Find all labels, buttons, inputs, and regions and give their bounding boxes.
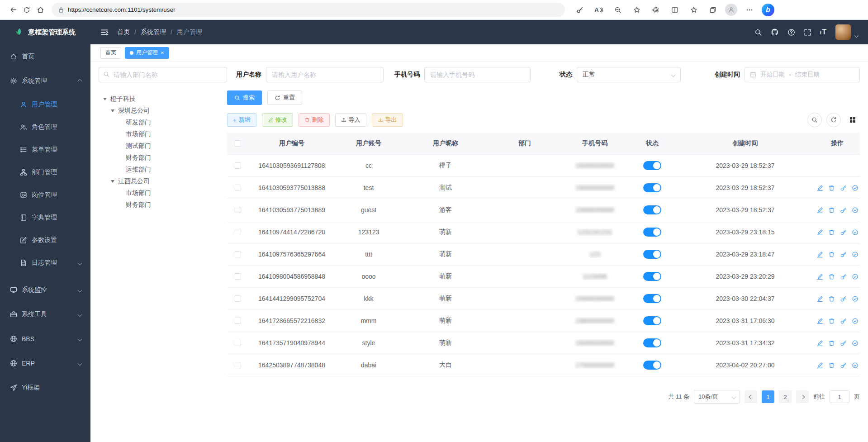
table-row[interactable]: 1641097576365297664 tttt 萌新 123 2023-03-…	[227, 243, 860, 266]
edit-icon[interactable]	[816, 273, 823, 280]
tree-node[interactable]: 江西总公司	[99, 176, 227, 187]
delete-icon[interactable]	[828, 185, 835, 191]
sidebar-item-system-tools[interactable]: 系统工具	[0, 302, 90, 327]
import-button[interactable]: 导入	[335, 113, 366, 127]
tab-user-mgmt[interactable]: 用户管理 ×	[125, 47, 169, 59]
assign-role-icon[interactable]	[852, 318, 859, 324]
home-icon[interactable]	[33, 3, 47, 17]
edit-icon[interactable]	[816, 318, 823, 324]
toggle-search-button[interactable]	[807, 113, 822, 127]
delete-icon[interactable]	[828, 251, 835, 258]
assign-role-icon[interactable]	[852, 295, 859, 302]
table-row[interactable]: 1641441299095752704 kkk 萌新 15000000000 2…	[227, 288, 860, 310]
phone-input[interactable]	[424, 67, 531, 82]
refresh-icon[interactable]	[20, 3, 33, 17]
sidebar-item-role-mgmt[interactable]: 角色管理	[0, 116, 90, 138]
fullscreen-icon[interactable]	[804, 29, 811, 36]
reset-password-icon[interactable]	[840, 295, 847, 302]
sidebar-item-menu-mgmt[interactable]: 菜单管理	[0, 138, 90, 161]
reset-password-icon[interactable]	[840, 185, 847, 191]
next-page-button[interactable]	[796, 390, 809, 403]
bing-chat-icon[interactable]: b	[762, 4, 774, 16]
add-button[interactable]: +新增	[227, 113, 256, 127]
reset-password-icon[interactable]	[840, 340, 847, 347]
dept-name-input[interactable]	[99, 67, 227, 82]
row-checkbox[interactable]	[235, 207, 241, 213]
row-checkbox[interactable]	[235, 340, 241, 346]
sidebar-item-system-mgmt[interactable]: 系统管理	[0, 69, 90, 93]
user-avatar[interactable]	[835, 24, 851, 40]
tree-node[interactable]: 市场部门	[99, 128, 227, 140]
status-toggle-on[interactable]	[643, 294, 661, 303]
password-key-icon[interactable]	[573, 3, 587, 17]
tree-node[interactable]: 橙子科技	[99, 93, 227, 105]
delete-icon[interactable]	[828, 273, 835, 280]
search-button[interactable]: 搜索	[227, 90, 262, 105]
assign-role-icon[interactable]	[852, 229, 859, 236]
tree-caret-icon[interactable]	[111, 109, 118, 112]
font-size-icon[interactable]: tT	[820, 28, 827, 36]
row-checkbox[interactable]	[235, 273, 241, 280]
edit-button[interactable]: 修改	[262, 113, 293, 127]
favorites-add-icon[interactable]	[630, 3, 644, 17]
sidebar-item-yi-framework[interactable]: Yi框架	[0, 375, 90, 400]
status-toggle-on[interactable]	[643, 361, 661, 370]
browser-profile-avatar[interactable]	[725, 4, 737, 16]
sidebar-item-home[interactable]: 首页	[0, 44, 90, 69]
split-screen-icon[interactable]	[668, 3, 682, 17]
edit-icon[interactable]	[816, 185, 823, 191]
table-row[interactable]: 1641735719040978944 style 萌新 15000000000…	[227, 332, 860, 354]
reset-password-icon[interactable]	[840, 318, 847, 324]
edit-icon[interactable]	[816, 207, 823, 214]
sidebar-toggle-icon[interactable]	[100, 28, 109, 37]
date-range-picker[interactable]: 开始日期 - 结束日期	[745, 67, 860, 82]
delete-icon[interactable]	[828, 295, 835, 302]
delete-icon[interactable]	[828, 318, 835, 324]
table-row[interactable]: 1641030593775013888 test 测试 15000000000 …	[227, 177, 860, 199]
read-aloud-icon[interactable]: A	[592, 3, 606, 17]
assign-role-icon[interactable]	[852, 340, 859, 347]
collections-icon[interactable]	[706, 3, 720, 17]
favorites-icon[interactable]	[687, 3, 701, 17]
tree-node[interactable]: 财务部门	[99, 199, 227, 211]
delete-icon[interactable]	[828, 362, 835, 369]
status-toggle-on[interactable]	[643, 250, 661, 259]
username-input[interactable]	[266, 67, 384, 82]
row-checkbox[interactable]	[235, 185, 241, 191]
row-checkbox[interactable]	[235, 362, 241, 368]
reset-password-icon[interactable]	[840, 229, 847, 236]
sidebar-item-post-mgmt[interactable]: 岗位管理	[0, 184, 90, 206]
avatar-caret-icon[interactable]	[854, 33, 859, 38]
status-toggle-on[interactable]	[643, 272, 661, 281]
refresh-table-button[interactable]	[826, 113, 841, 127]
table-row[interactable]: 1641030593691127808 cc 橙子 15000000000 20…	[227, 155, 860, 177]
table-row[interactable]: 1641030593775013889 guest 游客 15000000000…	[227, 199, 860, 221]
tree-node[interactable]: 深圳总公司	[99, 105, 227, 117]
select-all-checkbox[interactable]	[235, 140, 241, 147]
assign-role-icon[interactable]	[852, 273, 859, 280]
breadcrumb-system[interactable]: 系统管理	[141, 28, 166, 36]
tab-home[interactable]: 首页	[100, 47, 121, 59]
status-toggle-on[interactable]	[643, 316, 661, 325]
assign-role-icon[interactable]	[852, 185, 859, 191]
status-toggle-on[interactable]	[643, 228, 661, 237]
row-checkbox[interactable]	[235, 318, 241, 324]
status-toggle-on[interactable]	[643, 205, 661, 214]
edit-icon[interactable]	[816, 340, 823, 347]
page-size-select[interactable]: 10条/页	[694, 390, 740, 404]
delete-icon[interactable]	[828, 340, 835, 347]
export-button[interactable]: 导出	[372, 113, 403, 127]
assign-role-icon[interactable]	[852, 251, 859, 258]
sidebar-item-user-mgmt[interactable]: 用户管理	[0, 93, 90, 116]
edit-icon[interactable]	[816, 295, 823, 302]
column-settings-button[interactable]	[845, 113, 860, 127]
sidebar-item-system-monitor[interactable]: 系统监控	[0, 278, 90, 302]
reset-password-icon[interactable]	[840, 273, 847, 280]
tree-caret-icon[interactable]	[111, 180, 118, 183]
table-row[interactable]: 1641097441472286720 123123 萌新 1231241231…	[227, 221, 860, 243]
page-button-2[interactable]: 2	[779, 390, 792, 403]
address-bar[interactable]: https://ccnetcore.com:1101/system/user	[52, 3, 565, 17]
row-checkbox[interactable]	[235, 295, 241, 302]
reset-button[interactable]: 重置	[267, 90, 302, 105]
breadcrumb-home[interactable]: 首页	[117, 28, 130, 36]
